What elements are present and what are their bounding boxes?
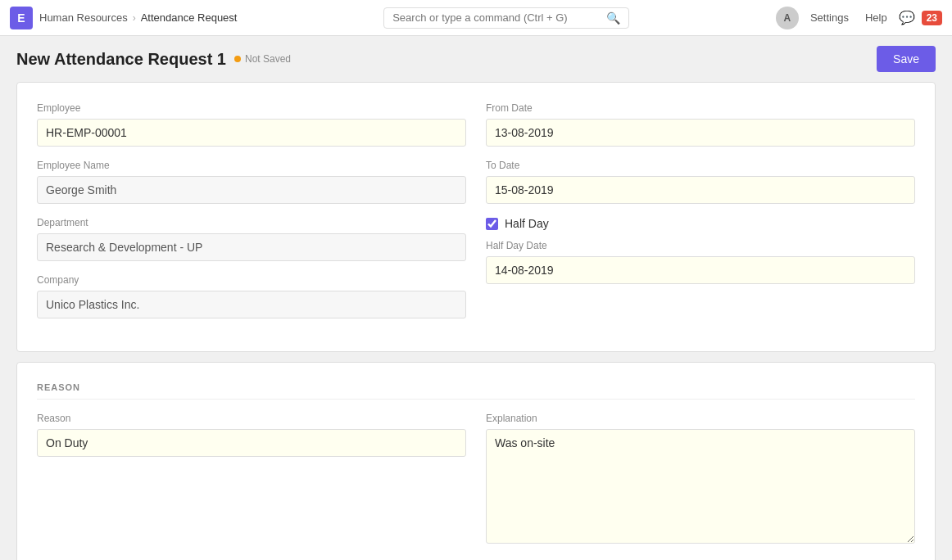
reason-label: Reason xyxy=(37,413,466,424)
to-date-input[interactable] xyxy=(486,176,915,204)
explanation-textarea[interactable]: Was on-site xyxy=(486,429,915,544)
top-navigation: E Human Resources › Attendance Request 🔍… xyxy=(0,0,952,36)
breadcrumb-sep-1: › xyxy=(133,12,136,24)
half-day-row: Half Day xyxy=(486,217,915,230)
avatar[interactable]: A xyxy=(776,7,799,29)
reason-left: Reason xyxy=(37,413,466,559)
status-dot xyxy=(234,56,241,62)
form-card-main: Employee Employee Name Department Compan… xyxy=(16,82,936,352)
employee-name-input[interactable] xyxy=(37,176,466,204)
save-button[interactable]: Save xyxy=(877,46,936,72)
employee-input[interactable] xyxy=(37,119,466,147)
help-button[interactable]: Help xyxy=(860,8,892,27)
to-date-group: To Date xyxy=(486,160,915,204)
form-right-column: From Date To Date Half Day Half Day Date xyxy=(486,102,915,332)
half-day-date-group: Half Day Date xyxy=(486,240,915,284)
page-title: New Attendance Request 1 xyxy=(16,50,226,69)
breadcrumb-parent[interactable]: Human Resources xyxy=(39,11,128,24)
department-label: Department xyxy=(37,217,466,228)
employee-name-group: Employee Name xyxy=(37,160,466,204)
to-date-label: To Date xyxy=(486,160,915,171)
explanation-group: Explanation Was on-site xyxy=(486,413,915,546)
settings-button[interactable]: Settings xyxy=(805,8,854,27)
search-icon: 🔍 xyxy=(606,11,620,25)
half-day-date-input[interactable] xyxy=(486,256,915,284)
reason-group: Reason xyxy=(37,413,466,457)
page-title-group: New Attendance Request 1 Not Saved xyxy=(16,50,291,69)
chat-icon[interactable]: 💬 xyxy=(899,10,915,25)
breadcrumb-current: Attendance Request xyxy=(141,11,238,24)
half-day-checkbox[interactable] xyxy=(486,218,498,230)
nav-search: 🔍 xyxy=(243,7,768,29)
nav-right: A Settings Help 💬 23 xyxy=(776,7,942,29)
from-date-group: From Date xyxy=(486,102,915,147)
notification-badge[interactable]: 23 xyxy=(922,11,942,25)
reason-section-header: REASON xyxy=(37,382,915,400)
department-group: Department xyxy=(37,217,466,261)
reason-form-row: Reason Explanation Was on-site xyxy=(37,413,915,559)
status-badge: Not Saved xyxy=(234,53,291,65)
reason-input[interactable] xyxy=(37,429,466,457)
form-row-1: Employee Employee Name Department Compan… xyxy=(37,102,915,332)
half-day-date-label: Half Day Date xyxy=(486,240,915,251)
employee-group: Employee xyxy=(37,102,466,147)
employee-label: Employee xyxy=(37,102,466,114)
main-content: Employee Employee Name Department Compan… xyxy=(0,82,952,560)
app-icon[interactable]: E xyxy=(10,7,33,29)
status-text: Not Saved xyxy=(245,53,291,65)
search-input[interactable] xyxy=(392,11,606,24)
search-container: 🔍 xyxy=(383,7,629,29)
company-label: Company xyxy=(37,274,466,286)
company-input[interactable] xyxy=(37,291,466,318)
company-group: Company xyxy=(37,274,466,318)
from-date-input[interactable] xyxy=(486,119,915,147)
from-date-label: From Date xyxy=(486,102,915,114)
form-left-column: Employee Employee Name Department Compan… xyxy=(37,102,466,332)
page-header: New Attendance Request 1 Not Saved Save xyxy=(0,36,952,82)
explanation-label: Explanation xyxy=(486,413,915,424)
half-day-label: Half Day xyxy=(505,217,549,230)
form-card-reason: REASON Reason Explanation Was on-site xyxy=(16,362,936,560)
employee-name-label: Employee Name xyxy=(37,160,466,171)
reason-right: Explanation Was on-site xyxy=(486,413,915,559)
department-input[interactable] xyxy=(37,233,466,261)
breadcrumb: Human Resources › Attendance Request xyxy=(39,11,237,24)
